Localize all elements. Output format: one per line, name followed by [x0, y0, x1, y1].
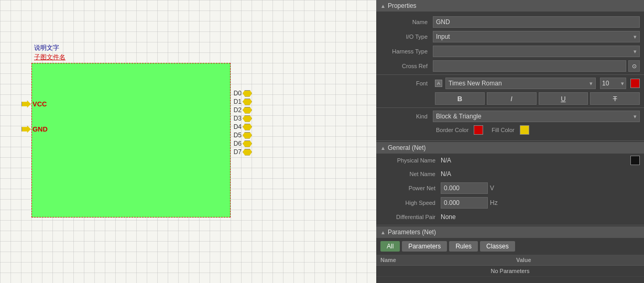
harness-type-select-wrapper — [433, 46, 640, 57]
high-speed-unit: Hz — [490, 199, 498, 206]
label-line1: 说明文字 — [34, 43, 66, 52]
pin-label-right: D3 — [230, 115, 242, 122]
general-net-title: General (Net) — [388, 144, 426, 151]
pin-label-right: D4 — [230, 123, 242, 130]
pin-label-right: D6 — [230, 140, 242, 147]
high-speed-label: High Speed — [380, 200, 441, 206]
pin-label-right: D7 — [230, 148, 242, 156]
color-row: Border Color Fill Color — [376, 124, 644, 136]
properties-section-header[interactable]: ▲ Properties — [376, 0, 644, 12]
pin-row[interactable]: D7 — [230, 148, 252, 156]
io-type-row: I/O Type Input Output Bidirectional Pass… — [376, 29, 644, 44]
general-net-triangle-icon: ▲ — [380, 145, 386, 151]
fill-color-box[interactable] — [520, 125, 529, 135]
font-label: Font — [380, 80, 433, 86]
io-type-select[interactable]: Input Output Bidirectional Passive — [433, 31, 640, 42]
pin-row[interactable]: D3 — [230, 115, 252, 122]
cross-ref-input[interactable] — [433, 60, 626, 72]
pin-row[interactable]: D6 — [230, 140, 252, 147]
harness-type-row: Harness Type — [376, 44, 644, 59]
underline-button[interactable]: U — [539, 92, 588, 105]
properties-triangle-icon: ▲ — [380, 3, 386, 9]
parameters-section-header[interactable]: ▲ Parameters (Net) — [376, 226, 644, 238]
pin-hex — [243, 149, 252, 156]
pin-hex — [243, 115, 252, 122]
pin-row[interactable]: D1 — [230, 98, 252, 105]
general-net-content: Physical Name N/A Net Name N/A Power Net… — [376, 154, 644, 224]
font-sample-icon: A — [435, 80, 442, 87]
parameters-title: Parameters (Net) — [388, 228, 436, 236]
pin-hex — [243, 107, 252, 114]
diff-pair-row: Differential Pair None — [376, 210, 644, 224]
cross-ref-btn[interactable]: ⊙ — [628, 60, 640, 72]
label-line2: 子图文件名 — [34, 52, 66, 62]
pin-hex — [243, 140, 252, 147]
diff-pair-label: Differential Pair — [380, 214, 441, 220]
pin-row[interactable]: D2 — [230, 106, 252, 114]
italic-button[interactable]: I — [487, 92, 537, 105]
name-label: Name — [380, 19, 433, 25]
pin-vcc-label: VCC — [32, 100, 47, 108]
pin-hex — [243, 124, 252, 130]
font-size-select[interactable]: 8 9 10 11 12 14 — [600, 78, 626, 89]
params-table: Name Value No Parameters — [376, 255, 644, 277]
fill-color-label: Fill Color — [492, 127, 514, 133]
pin-hex — [243, 90, 252, 97]
pin-gnd-label: GND — [32, 125, 48, 133]
params-table-header-value: Value — [512, 255, 644, 266]
pin-row[interactable]: D0 — [230, 90, 252, 97]
font-name-select[interactable]: Times New Roman Arial Courier New — [445, 78, 596, 89]
no-params-text: No Parameters — [376, 266, 644, 277]
parameters-triangle-icon: ▲ — [380, 230, 386, 235]
high-speed-input[interactable] — [441, 197, 488, 209]
schematic-canvas[interactable]: 说明文字 子图文件名 VCC GND D0 D1 D2 D3 D4 — [0, 0, 376, 283]
params-rules-button[interactable]: Rules — [449, 241, 478, 252]
pin-hex — [243, 132, 252, 139]
bold-button[interactable]: B — [435, 92, 485, 105]
general-net-section-header[interactable]: ▲ General (Net) — [376, 142, 644, 154]
pin-vcc[interactable]: VCC — [21, 100, 47, 108]
schematic-labels: 说明文字 子图文件名 — [34, 43, 66, 62]
power-net-input[interactable] — [441, 182, 488, 194]
properties-panel: ▲ Properties Name I/O Type Input Output … — [376, 0, 644, 283]
pin-label-right: D1 — [230, 98, 242, 105]
pin-row[interactable]: D4 — [230, 123, 252, 130]
pin-label-right: D0 — [230, 90, 242, 97]
params-all-button[interactable]: All — [380, 241, 400, 252]
harness-type-select[interactable] — [433, 46, 640, 57]
physical-name-color-btn[interactable] — [630, 156, 640, 165]
format-row: B I U T — [376, 91, 644, 106]
params-parameters-button[interactable]: Parameters — [402, 241, 447, 252]
harness-type-label: Harness Type — [380, 48, 433, 55]
pin-gnd[interactable]: GND — [21, 125, 48, 133]
net-name-label: Net Name — [380, 171, 441, 177]
power-net-label: Power Net — [380, 185, 441, 191]
no-params-row: No Parameters — [376, 266, 644, 277]
io-type-label: I/O Type — [380, 34, 433, 40]
properties-content: Name I/O Type Input Output Bidirectional… — [376, 12, 644, 139]
font-size-select-wrapper: 8 9 10 11 12 14 — [600, 78, 626, 89]
border-color-box[interactable] — [474, 125, 483, 135]
pin-hex — [243, 99, 252, 105]
pin-label-right: D2 — [230, 106, 242, 114]
kind-select[interactable]: Block & Triangle Block Triangle Line Arr… — [433, 111, 640, 122]
schematic-block[interactable]: VCC GND D0 D1 D2 D3 D4 D5 D6 — [31, 63, 231, 217]
diff-pair-value: None — [441, 213, 456, 221]
properties-title: Properties — [388, 2, 417, 9]
net-name-row: Net Name N/A — [376, 167, 644, 181]
high-speed-row: High Speed Hz — [376, 195, 644, 210]
physical-name-value: N/A — [441, 157, 451, 164]
font-name-select-wrapper: Times New Roman Arial Courier New — [445, 78, 596, 89]
kind-select-wrapper: Block & Triangle Block Triangle Line Arr… — [433, 111, 640, 122]
cross-ref-label: Cross Ref — [380, 63, 433, 69]
parameters-content: All Parameters Rules Classes Name Value … — [376, 238, 644, 277]
physical-name-label: Physical Name — [380, 157, 441, 164]
border-color-label: Border Color — [436, 127, 468, 133]
params-table-header-name: Name — [376, 255, 512, 266]
params-classes-button[interactable]: Classes — [480, 241, 515, 252]
strikethrough-button[interactable]: T — [590, 92, 640, 105]
name-input[interactable] — [433, 16, 640, 28]
params-buttons-row: All Parameters Rules Classes — [376, 238, 644, 255]
font-color-box[interactable] — [630, 79, 640, 88]
pin-row[interactable]: D5 — [230, 132, 252, 139]
